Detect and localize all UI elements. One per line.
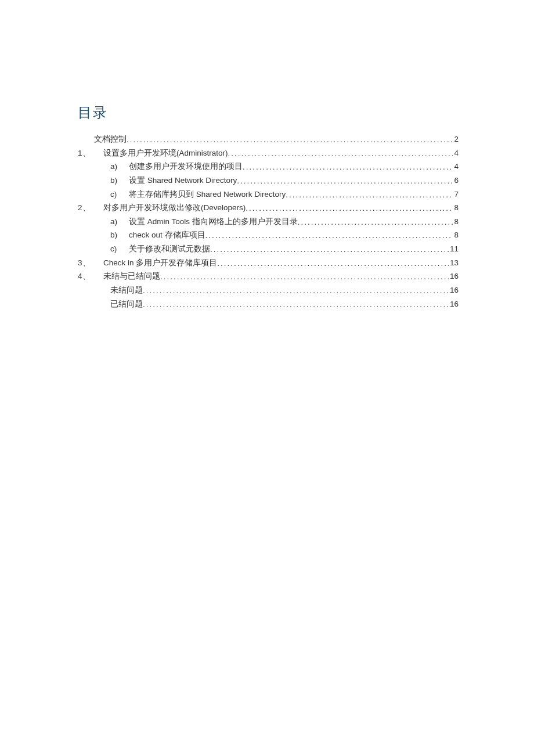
toc-entry-page: 8 <box>453 201 459 215</box>
toc-entry-sublabel: c) <box>110 242 129 256</box>
toc-entry-text: 已结问题 <box>110 297 143 311</box>
toc-entry-page: 16 <box>449 297 459 311</box>
toc-leader-dots <box>160 270 449 283</box>
toc-entry-text: check out 存储库项目 <box>129 228 205 242</box>
toc-entry-page: 8 <box>453 228 459 242</box>
toc-leader-dots <box>298 215 453 229</box>
toc-entry[interactable]: 3、Check in 多用户开发存储库项目 13 <box>78 256 459 270</box>
toc-entry-page: 16 <box>449 283 459 297</box>
toc-entry[interactable]: b)设置 Shared Network Directory 6 <box>78 174 459 188</box>
toc-entry[interactable]: a)设置 Admin Tools 指向网络上的多用户开发目录8 <box>78 215 459 229</box>
toc-leader-dots <box>237 174 453 188</box>
toc-entry-page: 11 <box>449 242 459 256</box>
toc-entry-page: 8 <box>453 215 459 229</box>
toc-entry-page: 4 <box>453 160 459 174</box>
toc-leader-dots <box>143 284 449 297</box>
table-of-contents: 文档控制21、设置多用户开发环境(Administrator)4a)创建多用户开… <box>78 132 459 311</box>
toc-entry-text: 对多用户开发环境做出修改(Developers) <box>103 201 246 215</box>
toc-entry[interactable]: 未结问题 16 <box>78 283 459 297</box>
toc-entry-prefix: 4、 <box>78 269 103 283</box>
toc-entry-page: 2 <box>453 132 459 146</box>
toc-entry-page: 16 <box>449 269 459 283</box>
toc-entry-text: 关于修改和测试元数据 <box>129 242 210 256</box>
toc-leader-dots <box>246 201 453 215</box>
toc-entry-text: 未结问题 <box>110 283 143 297</box>
toc-entry-sublabel: a) <box>110 215 129 229</box>
toc-entry-sublabel: b) <box>110 174 129 188</box>
toc-entry-text: 设置多用户开发环境(Administrator) <box>103 146 228 160</box>
toc-entry-text: Check in 多用户开发存储库项目 <box>103 256 217 270</box>
toc-leader-dots <box>228 147 453 160</box>
toc-entry-text: 将主存储库拷贝到 Shared Network Directory <box>129 188 286 201</box>
toc-entry-sublabel: a) <box>110 160 129 174</box>
toc-entry[interactable]: c)关于修改和测试元数据11 <box>78 242 459 256</box>
toc-entry-page: 13 <box>449 256 459 270</box>
toc-entry[interactable]: 2、对多用户开发环境做出修改(Developers)8 <box>78 201 459 215</box>
toc-entry-page: 6 <box>453 174 459 188</box>
toc-entry-text: 文档控制 <box>94 132 127 146</box>
toc-leader-dots <box>127 133 453 146</box>
toc-entry[interactable]: a)创建多用户开发环境使用的项目4 <box>78 160 459 174</box>
toc-leader-dots <box>143 298 449 311</box>
toc-entry-page: 7 <box>453 188 459 201</box>
toc-entry-text: 未结与已结问题 <box>103 269 160 283</box>
toc-leader-dots <box>205 229 453 242</box>
toc-entry[interactable]: 4、未结与已结问题 16 <box>78 269 459 283</box>
toc-entry-page: 4 <box>453 146 459 160</box>
toc-entry-prefix: 3、 <box>78 256 103 270</box>
toc-entry[interactable]: 1、设置多用户开发环境(Administrator)4 <box>78 146 459 160</box>
toc-entry-sublabel: c) <box>110 188 129 201</box>
toc-entry[interactable]: b)check out 存储库项目8 <box>78 228 459 242</box>
toc-entry[interactable]: c)将主存储库拷贝到 Shared Network Directory7 <box>78 188 459 201</box>
toc-leader-dots <box>243 160 453 174</box>
toc-entry-sublabel: b) <box>110 228 129 242</box>
toc-entry-prefix: 1、 <box>78 146 103 160</box>
toc-entry-text: 设置 Shared Network Directory <box>129 174 237 188</box>
toc-entry[interactable]: 文档控制2 <box>78 132 459 146</box>
toc-entry-prefix: 2、 <box>78 201 103 215</box>
toc-entry-text: 创建多用户开发环境使用的项目 <box>129 160 243 174</box>
toc-leader-dots <box>210 243 449 256</box>
toc-entry-text: 设置 Admin Tools 指向网络上的多用户开发目录 <box>129 215 298 229</box>
toc-leader-dots <box>286 188 453 201</box>
toc-title: 目录 <box>78 103 459 122</box>
toc-entry[interactable]: 已结问题 16 <box>78 297 459 311</box>
toc-leader-dots <box>217 257 449 270</box>
